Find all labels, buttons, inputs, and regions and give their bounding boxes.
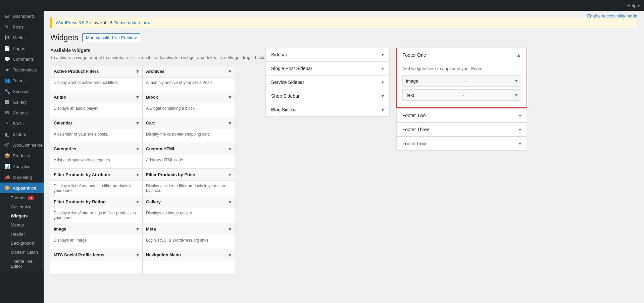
widget-item-audio: Audio ▾ Displays an audio player. [50,91,143,117]
widget-header-block[interactable]: Block ▾ [143,91,235,103]
submenu-item-modern-salon[interactable]: Modern Salon [0,248,44,257]
widget-title: Audio [54,95,66,100]
footer-widget-toggle-icon: ▾ [515,78,517,84]
sidebar-panel-header[interactable]: Shop Sidebar ▾ [266,89,389,103]
widget-item-filter-products-by-price: Filter Products by Price ▾ Display a sli… [142,168,235,196]
widget-header-custom-html[interactable]: Custom HTML ▾ [143,143,235,155]
wordpress-version-link[interactable]: WordPress 6.5.2 [56,20,88,25]
widget-expand-icon: ▾ [136,199,139,205]
widget-header-calendar[interactable]: Calendar ▾ [50,117,142,129]
submenu-item-background[interactable]: Background [0,239,44,248]
appearance-icon: 🎨 [4,185,10,191]
footer-panel-header[interactable]: Footer Four ▾ [397,137,527,150]
sidebar-item-media[interactable]: 🖼Media [0,32,44,43]
sidebar-item-faqs[interactable]: ?FAQs [0,118,44,129]
help-chevron-icon: ▾ [638,3,640,8]
help-button[interactable]: Help ▾ [627,3,640,8]
footer-one-description: Add widgets here to appear in your Foote… [402,66,521,71]
sidebar-item-label-media: Media [13,35,24,40]
footer-widget-header-image[interactable]: Image ← ▾ [403,75,521,86]
submenu-item-themes[interactable]: Themes 3 [0,193,44,202]
widget-title: Custom HTML [146,146,176,151]
sidebar-item-label-comments: Comments [13,57,34,62]
widget-header-image[interactable]: Image ▾ [50,223,142,235]
submenu-item-menus[interactable]: Menus [0,220,44,230]
sidebar-panel-header[interactable]: Service Sidebar ▾ [266,75,389,89]
appearance-submenu: Themes 3CustomizeWidgetsMenusHeaderBackg… [0,193,44,271]
sidebar-item-teams[interactable]: 👥Teams [0,75,44,86]
sidebar-item-comments[interactable]: 💬Comments [0,54,44,64]
accessibility-mode-link[interactable]: Enable accessibility mode [587,13,637,18]
widget-header-cart[interactable]: Cart ▾ [143,117,235,129]
footer-panel-title: Footer Two [402,113,426,118]
update-now-link[interactable]: Please update now [113,20,151,25]
sidebar-item-sliders[interactable]: ◧Sliders [0,129,44,140]
widget-title: Block [146,95,158,100]
widget-header-navigation-menu[interactable]: Navigation Menu ▾ [143,249,235,261]
widget-title: Filter Products by Price [146,172,195,177]
sidebar-item-gallery[interactable]: 🖼Gallery [0,97,44,107]
manage-live-preview-button[interactable]: Manage with Live Preview [82,33,140,42]
widget-header-audio[interactable]: Audio ▾ [50,91,142,103]
sidebar-panel-header[interactable]: Single Post Sidebar ▾ [266,62,389,75]
widget-expand-icon: ▾ [136,94,139,100]
sidebar-item-label-analytics: Analytics [13,164,30,169]
widget-description: Arbitrary HTML code. [143,155,235,168]
footer-widget-toggle-icon: ▾ [515,92,517,98]
sidebar-item-services[interactable]: 🔧Services [0,86,44,97]
submenu-item-widgets[interactable]: Widgets [0,211,44,220]
admin-bar: Help ▾ [0,0,644,11]
widget-header-meta[interactable]: Meta ▾ [143,223,235,235]
sidebar-panel-header[interactable]: Sidebar ▾ [266,48,389,61]
widget-title: Categories [54,146,76,151]
analytics-icon: 📊 [4,164,10,169]
sidebar-item-woocommerce[interactable]: 🛒WooCommerce [0,140,44,150]
footer-widget-text: Text ← ▾ [402,89,521,101]
widget-expand-icon: ▾ [136,252,139,258]
sidebar-panel-toggle-icon: ▾ [382,93,384,99]
submenu-item-theme-file-editor[interactable]: Theme File Editor [0,257,44,271]
widget-description: A monthly archive of your site's Posts. [143,78,235,91]
widget-description: Display a list of attributes to filter p… [50,181,142,196]
sidebar-item-posts[interactable]: ✎Posts [0,21,44,32]
sidebar-item-appearance[interactable]: 🎨Appearance [0,183,44,193]
submenu-item-customize[interactable]: Customize [0,202,44,211]
widget-header-filter-products-by-rating[interactable]: Filter Products by Rating ▾ [50,196,142,208]
footer-panel-header[interactable]: Footer Two ▾ [397,109,527,122]
footer-one-content: Add widgets here to appear in your Foote… [397,62,527,107]
widget-title: Filter Products by Rating [54,199,106,204]
main-content: Enable accessibility mode WordPress 6.5.… [44,0,644,303]
widget-header-mts-social-profile-icons[interactable]: MTS Social Profile Icons ▾ [50,249,142,261]
widget-header-archives[interactable]: Archives ▾ [143,65,235,78]
widget-header-gallery[interactable]: Gallery ▾ [143,196,235,208]
available-widgets-description: To activate a widget drag it to a sideba… [50,55,265,60]
sidebar-panel-toggle-icon: ▾ [382,66,384,71]
sidebar-item-analytics[interactable]: 📊Analytics [0,161,44,172]
widget-description: Display a slider to filter products in y… [143,181,235,196]
sidebar-item-marketing[interactable]: 📣Marketing [0,172,44,183]
sidebar-panel-header[interactable]: Blog Sidebar ▾ [266,103,389,116]
update-notice-suffix: . [152,20,153,25]
widget-item-meta: Meta ▾ Login, RSS, & WordPress.org links… [142,223,235,249]
sidebar-item-dashboard[interactable]: ⊞Dashboard [0,11,44,21]
footer-widget-header-text[interactable]: Text ← ▾ [403,90,521,100]
submenu-item-header[interactable]: Header [0,230,44,239]
sidebar-item-pages[interactable]: 📄Pages [0,43,44,54]
sidebar-item-testimonials[interactable]: ★Testimonials [0,64,44,75]
footer-panel-header[interactable]: Footer Three ▾ [397,123,527,136]
sidebar-item-products[interactable]: 📦Products [0,150,44,161]
widget-header-filter-products-by-price[interactable]: Filter Products by Price ▾ [143,169,235,181]
sidebar-item-label-marketing: Marketing [13,175,32,180]
faqs-icon: ? [4,121,10,126]
sidebar-item-label-pages: Pages [13,46,25,51]
widget-header-active-product-filters[interactable]: Active Product Filters ▾ [50,65,142,78]
widget-description: Displays an image. [50,235,142,249]
sidebar-item-contact[interactable]: ✉Contact [0,107,44,118]
sidebar-panel-toggle-icon: ▾ [382,52,384,57]
widget-title: Meta [146,226,156,232]
page-header: Widgets Manage with Live Preview [50,33,637,42]
widget-expand-icon: ▾ [229,226,231,232]
widget-header-filter-products-by-attribute[interactable]: Filter Products by Attribute ▾ [50,169,142,181]
widget-header-categories[interactable]: Categories ▾ [50,143,142,155]
footer-one-header[interactable]: Footer One ▲ [397,48,527,62]
